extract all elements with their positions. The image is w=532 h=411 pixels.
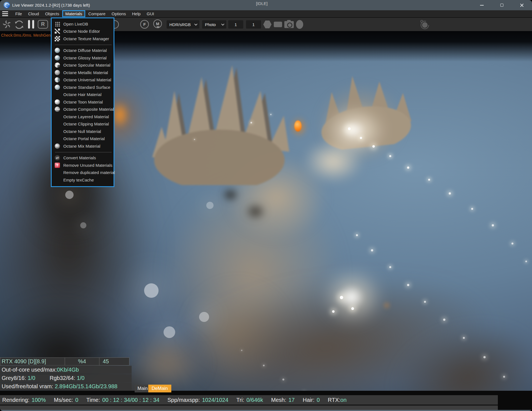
render-sparkle (503, 376, 505, 378)
restart-render-button[interactable]: R (38, 20, 48, 29)
menu-item-icon (55, 85, 60, 90)
tab-demain[interactable]: DeMain (148, 385, 171, 392)
menu-item-hair-material[interactable]: Octane Hair Material (52, 91, 114, 99)
menubar-item-compare[interactable]: Compare (85, 10, 109, 17)
focus-picker-icon[interactable]: F (140, 20, 149, 29)
menu-item-node-editor[interactable]: Octane Node Editor (52, 28, 114, 35)
render-sparkle (360, 137, 362, 139)
render-sparkle (428, 179, 430, 181)
chevron-down-icon (194, 22, 197, 26)
menubar-item-file[interactable]: File (12, 10, 25, 17)
menu-item-universal-material[interactable]: Octane Universal Material (52, 76, 114, 84)
menu-item-icon (55, 92, 60, 97)
statusbar-spacer (0, 405, 498, 410)
hamburger-menu-icon[interactable] (2, 10, 9, 17)
camera-icon[interactable] (284, 21, 294, 28)
menu-item-texture-manager[interactable]: Octane Texture Manager (52, 35, 114, 42)
render-mode-select[interactable]: Photo (202, 20, 226, 29)
material-picker-pin-icon[interactable]: M (153, 19, 162, 28)
display-mode-select[interactable]: HDR/sRGB (167, 20, 199, 29)
gpu-row: RTX 4090 [D][8.9] %4 45 (0, 357, 129, 365)
texture-usage-row: Grey8/16: 1/0 Rgb32/64: 1/0 (0, 374, 132, 382)
menu-item-layered-material[interactable]: Octane Layered Material (52, 113, 114, 120)
menu-item-portal-material[interactable]: Octane Portal Material (52, 135, 114, 143)
octane-logo-icon (419, 19, 430, 30)
status-tri: Tri:0/646k (236, 397, 263, 403)
menu-item-icon (55, 21, 60, 27)
gpu-stats-panel: RTX 4090 [D][8.9] %4 45 Out-of-core used… (0, 357, 132, 391)
render-sparkle (282, 379, 284, 380)
render-statusbar: Rendering:100% Ms/sec:0 Time:00 : 12 : 3… (0, 395, 498, 405)
menu-item-icon (55, 107, 60, 112)
status-hair: Hair:0 (303, 397, 320, 403)
menubar-item-cloud[interactable]: Cloud (25, 10, 42, 17)
render-sparkle (65, 191, 74, 199)
render-sparkle (250, 122, 252, 123)
menu-item-convert-materials[interactable]: Convert Materials (52, 154, 114, 162)
menubar-item-objects[interactable]: Objects (42, 10, 62, 17)
menu-item-icon (55, 155, 60, 160)
status-ms-sec: Ms/sec:0 (54, 397, 78, 403)
menu-item-specular-material[interactable]: Octane Specular Material (52, 62, 114, 69)
menu-item-icon (55, 99, 60, 105)
menu-item-icon (55, 121, 60, 127)
menu-item-icon (55, 36, 60, 41)
region-ellipse-icon[interactable] (296, 20, 303, 29)
menu-item-icon (55, 177, 60, 183)
menubar-item-help[interactable]: Help (129, 10, 144, 17)
render-sparkle (483, 356, 486, 358)
menubar-item-materials[interactable]: Materials (62, 10, 85, 17)
menu-item-mix-material[interactable]: Octane Mix Material (52, 142, 114, 150)
clay-field-2[interactable]: 1 (246, 20, 261, 29)
menu-item-diffuse-material[interactable]: Octane Diffuse Material (52, 47, 114, 54)
menu-item-standard-surface[interactable]: Octane Standard Surface (52, 84, 114, 91)
menu-item-icon (55, 77, 60, 82)
render-sparkle (471, 208, 473, 210)
render-sparkle (351, 307, 354, 310)
maximize-button[interactable] (495, 0, 508, 10)
gpu-value: 45 (99, 357, 129, 365)
menu-item-null-material[interactable]: Octane Null Material (52, 128, 114, 135)
render-sparkle (164, 326, 175, 338)
render-sparkle (194, 139, 195, 140)
menu-item-icon (55, 29, 60, 34)
render-sparkle (270, 114, 272, 115)
gpu-name: RTX 4090 [D][8.9] (0, 357, 65, 365)
render-sparkle (144, 283, 159, 298)
materials-menu: Open LiveDB Octane Node Editor Octane Te… (51, 17, 114, 187)
menubar-item-options[interactable]: Options (109, 10, 129, 17)
octane-swirl-icon[interactable] (2, 19, 12, 30)
menu-item-open-livedb[interactable]: Open LiveDB (52, 20, 114, 28)
render-sparkle (511, 243, 513, 244)
menu-item-icon (55, 129, 60, 134)
menubar-item-gui[interactable]: GUI (144, 10, 157, 17)
render-sparkle (492, 224, 494, 226)
render-sparkle (263, 365, 265, 366)
pause-icon[interactable] (28, 20, 30, 29)
region-hexagon-icon[interactable] (263, 21, 272, 28)
pause-icon[interactable] (32, 20, 34, 29)
menu-item-empty-texcache[interactable]: Empty texCache (52, 176, 114, 184)
menu-item-composite-material[interactable]: Octane Composite Material (52, 106, 114, 113)
menu-item-metallic-material[interactable]: Octane Metallic Material (52, 69, 114, 76)
gpu-percent: %4 (65, 357, 99, 365)
menu-item-remove-duplicated-material[interactable]: Remove duplicated material (52, 169, 114, 176)
clay-field-1[interactable]: 1 (228, 20, 243, 29)
window-corner (498, 391, 532, 410)
close-button[interactable] (515, 0, 528, 10)
render-sparkle (389, 266, 391, 268)
render-sparkle (424, 301, 426, 303)
menu-item-glossy-material[interactable]: Octane Glossy Material (52, 54, 114, 62)
window-title: Live Viewer 2024.1.2-[R2] (1738 days lef… (12, 0, 90, 10)
menu-item-icon (55, 136, 60, 141)
render-sparkle (449, 192, 451, 195)
refresh-icon[interactable] (14, 19, 24, 30)
menu-item-toon-material[interactable]: Octane Toon Material (52, 98, 114, 106)
render-sparkle (332, 310, 335, 313)
menu-item-clipping-material[interactable]: Octane Clipping Material (52, 120, 114, 128)
minimize-button[interactable] (475, 0, 488, 10)
menu-item-icon (55, 62, 60, 68)
region-rectangle-icon[interactable] (274, 22, 282, 27)
menu-item-remove-unused-materials[interactable]: Remove Unused Materials (52, 162, 114, 169)
render-sparkle (206, 202, 214, 209)
